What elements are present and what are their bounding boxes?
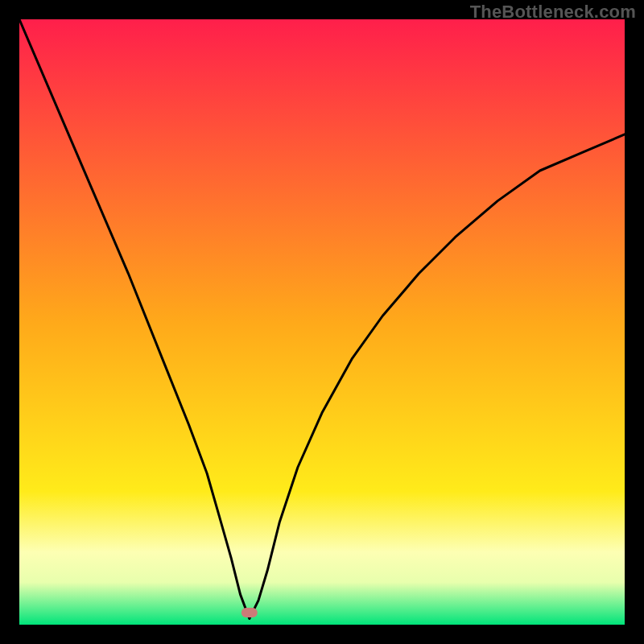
chart-frame: TheBottleneck.com	[0, 0, 644, 644]
chart-background	[19, 19, 625, 625]
optimal-marker	[242, 608, 258, 617]
watermark-text: TheBottleneck.com	[470, 2, 636, 23]
chart-svg	[19, 19, 625, 625]
plot-area	[19, 19, 625, 625]
